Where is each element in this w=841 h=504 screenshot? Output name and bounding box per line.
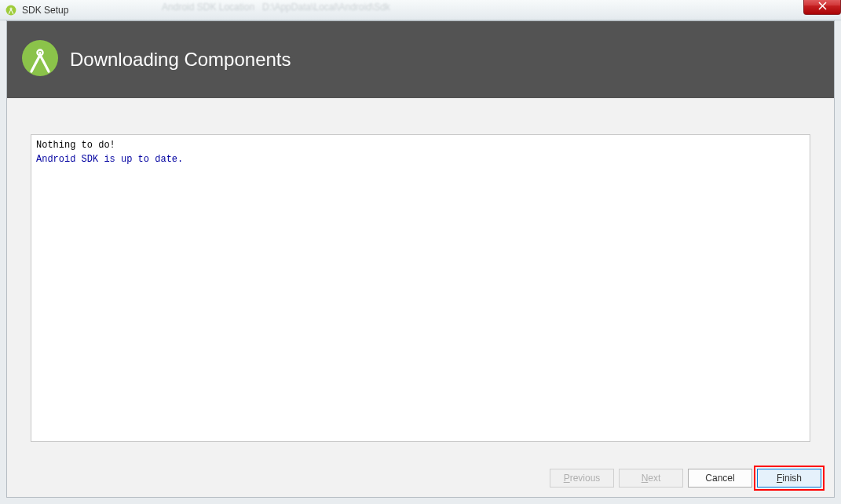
svg-point-2 [22,40,58,76]
page-title: Downloading Components [70,49,291,71]
console-line: Android SDK is up to date. [36,152,805,166]
svg-point-4 [39,52,41,53]
background-blur-text: Android SDK Location D:\AppData\Local\An… [71,2,390,13]
android-studio-icon [5,4,17,16]
finish-button[interactable]: Finish [757,469,821,488]
header-banner: Downloading Components [7,21,834,98]
titlebar: SDK Setup Android SDK Location D:\AppDat… [0,0,841,20]
button-row: Previous Next Cancel Finish [550,469,821,488]
console-output[interactable]: Nothing to do! Android SDK is up to date… [31,134,810,442]
previous-button: Previous [550,469,614,488]
close-button[interactable] [803,0,841,15]
next-button: Next [619,469,683,488]
window-title: SDK Setup [22,5,68,16]
android-studio-logo-icon [21,39,59,80]
cancel-button[interactable]: Cancel [688,469,752,488]
console-line: Nothing to do! [36,138,805,152]
dialog-body: Downloading Components Nothing to do! An… [6,20,835,498]
content-area: Nothing to do! Android SDK is up to date… [7,98,834,442]
